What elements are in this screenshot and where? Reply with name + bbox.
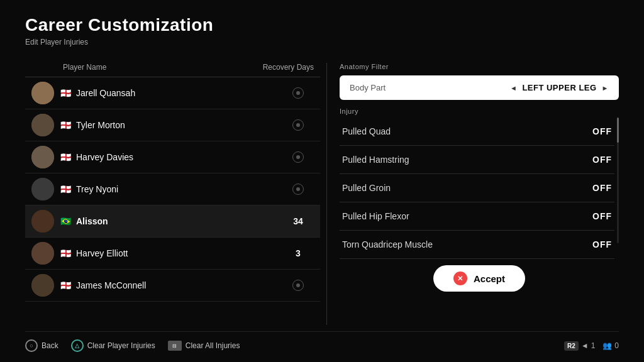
back-label: Back	[42, 341, 58, 350]
injury-name: Pulled Quad	[342, 126, 391, 136]
recovery-days	[282, 184, 314, 195]
injury-row[interactable]: Pulled Hip FlexorOFF	[340, 202, 614, 231]
players-count: 👥 0	[602, 341, 619, 350]
player-name: Harvey Elliott	[76, 248, 282, 258]
recovery-days: 34	[282, 216, 314, 226]
player-row[interactable]: 🏴󠁧󠁢󠁥󠁮󠁧󠁿Harvey Elliott3	[25, 238, 320, 270]
player-flag: 🏴󠁧󠁢󠁥󠁮󠁧󠁿	[60, 120, 71, 130]
avatar	[31, 178, 54, 200]
injury-toggle[interactable]: OFF	[592, 126, 612, 136]
injury-row[interactable]: Torn Quadricep MuscleOFF	[340, 231, 614, 259]
players-icon: 👥	[602, 341, 612, 350]
injury-section: Pulled QuadOFFPulled HamstringOFFPulled …	[340, 118, 619, 259]
clear-all-label: Clear All Injuries	[186, 341, 240, 350]
bottom-left-controls: ○ Back △ Clear Player Injuries ⊟ Clear A…	[25, 339, 240, 352]
avatar	[31, 114, 54, 136]
player-name: Tyler Morton	[76, 120, 282, 130]
r2-badge: R2	[564, 341, 579, 351]
injury-row[interactable]: Pulled GroinOFF	[340, 174, 614, 202]
accept-label: Accept	[474, 273, 505, 284]
page-subtitle: Edit Player Injuries	[25, 38, 619, 47]
r2-indicator: R2 ◄ 1	[564, 341, 595, 351]
avatar	[31, 242, 54, 265]
stat1-value: 1	[591, 341, 596, 350]
player-name: Alisson	[76, 216, 282, 226]
injury-toggle[interactable]: OFF	[592, 239, 612, 250]
injury-toggle[interactable]: OFF	[592, 183, 612, 193]
injury-name: Torn Quadricep Muscle	[342, 239, 433, 250]
injury-scrollbar-thumb	[617, 118, 619, 143]
body-part-value: LEFT UPPER LEG	[522, 83, 596, 92]
recovery-days	[282, 87, 314, 99]
player-name: Jarell Quansah	[76, 88, 282, 98]
recovery-days: 3	[282, 248, 314, 258]
back-button[interactable]: ○ Back	[25, 339, 58, 352]
player-flag: 🏴󠁧󠁢󠁥󠁮󠁧󠁿	[60, 184, 71, 194]
recovery-days	[282, 151, 314, 163]
clear-player-button[interactable]: △ Clear Player Injuries	[71, 339, 155, 352]
player-flag: 🏴󠁧󠁢󠁥󠁮󠁧󠁿	[60, 88, 71, 98]
player-name: Trey Nyoni	[76, 184, 282, 194]
injury-row[interactable]: Pulled HamstringOFF	[340, 146, 614, 174]
player-flag: 🇧🇷	[60, 216, 71, 226]
recovery-days	[282, 119, 314, 131]
clear-player-label: Clear Player Injuries	[87, 341, 155, 350]
body-part-value-container: ◄ LEFT UPPER LEG ►	[510, 83, 609, 92]
player-row[interactable]: 🏴󠁧󠁢󠁥󠁮󠁧󠁿Jarell Quansah	[25, 77, 320, 109]
player-row[interactable]: 🏴󠁧󠁢󠁥󠁮󠁧󠁿Tyler Morton	[25, 109, 320, 141]
player-name: James McConnell	[76, 280, 282, 290]
body-part-label: Body Part	[350, 83, 386, 92]
right-arrow-icon: ►	[602, 84, 609, 92]
injury-toggle[interactable]: OFF	[592, 155, 612, 165]
avatar	[31, 210, 54, 233]
col-player: Player Name	[63, 63, 106, 72]
injury-label: Injury	[340, 107, 619, 115]
injury-list: Pulled QuadOFFPulled HamstringOFFPulled …	[340, 118, 614, 259]
player-row[interactable]: 🏴󠁧󠁢󠁥󠁮󠁧󠁿Harvey Davies	[25, 141, 320, 173]
triangle-icon: △	[71, 339, 84, 352]
touchpad-icon: ⊟	[168, 341, 182, 351]
player-flag: 🏴󠁧󠁢󠁥󠁮󠁧󠁿	[60, 248, 71, 258]
clear-all-button[interactable]: ⊟ Clear All Injuries	[168, 341, 240, 351]
left-arrow-small: ◄	[581, 341, 589, 350]
injury-name: Pulled Groin	[342, 183, 391, 193]
left-arrow-icon: ◄	[510, 84, 517, 92]
injury-row[interactable]: Pulled QuadOFF	[340, 118, 614, 146]
column-headers: Player Name Recovery Days	[25, 63, 320, 77]
injury-toggle[interactable]: OFF	[592, 211, 612, 221]
circle-icon: ○	[25, 339, 38, 352]
bottom-bar: ○ Back △ Clear Player Injuries ⊟ Clear A…	[25, 331, 619, 352]
body-part-selector[interactable]: Body Part ◄ LEFT UPPER LEG ►	[340, 75, 619, 100]
player-list: 🏴󠁧󠁢󠁥󠁮󠁧󠁿Jarell Quansah🏴󠁧󠁢󠁥󠁮󠁧󠁿Tyler Morton…	[25, 77, 320, 325]
stat2-value: 0	[614, 341, 619, 350]
injury-name: Pulled Hamstring	[342, 155, 409, 165]
accept-x-icon: ✕	[453, 272, 467, 285]
recovery-days	[282, 280, 314, 291]
avatar	[31, 82, 54, 104]
main-content: Player Name Recovery Days 🏴󠁧󠁢󠁥󠁮󠁧󠁿Jarell …	[25, 63, 619, 325]
anatomy-filter-label: Anatomy Filter	[340, 63, 619, 70]
avatar	[31, 274, 54, 297]
accept-area: ✕ Accept	[340, 265, 619, 292]
injury-name: Pulled Hip Flexor	[342, 211, 409, 221]
right-panel: Anatomy Filter Body Part ◄ LEFT UPPER LE…	[327, 63, 619, 325]
player-list-panel: Player Name Recovery Days 🏴󠁧󠁢󠁥󠁮󠁧󠁿Jarell …	[25, 63, 327, 325]
player-flag: 🏴󠁧󠁢󠁥󠁮󠁧󠁿	[60, 280, 71, 290]
accept-button[interactable]: ✕ Accept	[433, 265, 525, 292]
page-title: Career Customization	[25, 15, 619, 35]
player-row[interactable]: 🏴󠁧󠁢󠁥󠁮󠁧󠁿James McConnell	[25, 270, 320, 302]
injury-scrollbar	[617, 118, 619, 243]
player-row[interactable]: 🇧🇷Alisson34	[25, 206, 320, 238]
avatar	[31, 146, 54, 168]
bottom-right-info: R2 ◄ 1 👥 0	[564, 341, 619, 351]
player-name: Harvey Davies	[76, 152, 282, 162]
page-header: Career Customization Edit Player Injurie…	[25, 15, 619, 47]
col-recovery: Recovery Days	[263, 63, 314, 72]
career-customization-page: Career Customization Edit Player Injurie…	[0, 0, 644, 362]
player-row[interactable]: 🏴󠁧󠁢󠁥󠁮󠁧󠁿Trey Nyoni	[25, 173, 320, 206]
player-flag: 🏴󠁧󠁢󠁥󠁮󠁧󠁿	[60, 152, 71, 162]
